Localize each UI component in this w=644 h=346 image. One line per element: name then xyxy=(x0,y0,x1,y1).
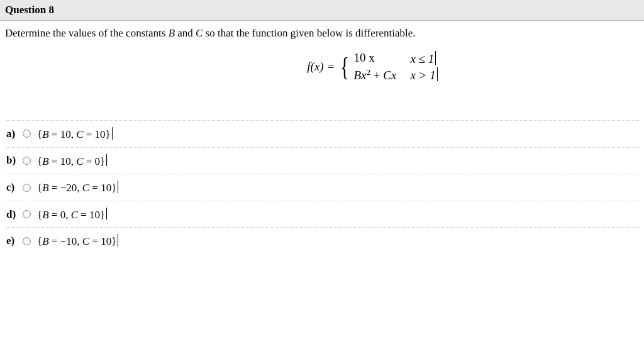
case1-expr-text: 10 x xyxy=(353,51,374,64)
case2-cond: x > 1 xyxy=(410,67,437,82)
prompt-text: Determine the values of the constants xyxy=(5,27,169,39)
opt-Cval: 10 xyxy=(89,208,100,220)
text-cursor xyxy=(106,208,107,220)
opt-Bsign: = xyxy=(52,155,60,167)
option-label: b) xyxy=(6,154,23,167)
text-cursor xyxy=(106,154,107,167)
text-cursor xyxy=(435,51,436,65)
question-title: Question 8 xyxy=(5,4,54,16)
opt-Bsign: = xyxy=(52,208,60,220)
option-math: {B = 10, C = 10} xyxy=(37,127,113,141)
prompt-var-B: B xyxy=(169,27,175,39)
radio-icon[interactable] xyxy=(23,184,31,192)
opt-B: B xyxy=(42,182,48,194)
case1-cond: x ≤ 1 xyxy=(410,51,437,66)
formula-block: f(x) = { 10 x x ≤ 1 Bx2 + Cx x > 1 xyxy=(5,51,639,82)
radio-icon[interactable] xyxy=(23,237,31,245)
case2-expr: Bx2 + Cx xyxy=(353,67,396,82)
opt-C: C xyxy=(76,128,83,140)
case2-plus: + xyxy=(370,69,383,82)
option-label: a) xyxy=(6,128,23,140)
option-label: d) xyxy=(6,208,23,221)
opt-Csign: = xyxy=(92,182,101,194)
prompt-text: so that the function given below is diff… xyxy=(203,27,415,39)
option-d[interactable]: d) {B = 0, C = 10} xyxy=(6,201,639,228)
opt-Cval: 10 xyxy=(95,128,106,140)
option-math: {B = 10, C = 0} xyxy=(37,154,107,168)
option-math: {B = −10, C = 10} xyxy=(37,234,118,248)
prompt-text: and xyxy=(175,27,196,39)
opt-Cval: 0 xyxy=(95,155,101,167)
option-e[interactable]: e) {B = −10, C = 10} xyxy=(6,227,639,254)
case2-B: B xyxy=(353,69,361,82)
opt-Csign: = xyxy=(86,155,95,167)
option-label: e) xyxy=(6,235,23,247)
radio-icon[interactable] xyxy=(23,130,31,138)
text-cursor xyxy=(118,234,118,247)
opt-C: C xyxy=(82,235,89,247)
opt-C: C xyxy=(82,182,89,194)
opt-Bsign: = − xyxy=(52,235,66,247)
case2-cond-text: x > 1 xyxy=(410,69,435,82)
case2-x2: x xyxy=(391,69,396,82)
radio-icon[interactable] xyxy=(23,210,31,218)
text-cursor xyxy=(118,181,118,193)
answer-options: a) {B = 10, C = 10} b) {B = 10, C = 0} c… xyxy=(5,120,639,254)
opt-Bval: 20 xyxy=(66,182,77,194)
opt-B: B xyxy=(42,155,48,167)
opt-Bval: 10 xyxy=(66,235,77,247)
opt-Cval: 10 xyxy=(101,182,111,194)
question-body: Determine the values of the constants B … xyxy=(0,21,644,259)
question-prompt: Determine the values of the constants B … xyxy=(5,27,639,40)
opt-Bval: 0 xyxy=(60,208,66,220)
option-b[interactable]: b) {B = 10, C = 0} xyxy=(6,147,639,174)
case1-expr: 10 x xyxy=(353,51,396,66)
prompt-var-C: C xyxy=(196,27,203,39)
opt-Csign: = xyxy=(86,128,95,140)
opt-Cval: 10 xyxy=(101,235,111,247)
opt-Csign: = xyxy=(80,208,89,220)
case2-C: C xyxy=(383,69,391,82)
text-cursor xyxy=(437,67,438,81)
opt-Bval: 10 xyxy=(60,155,71,167)
option-a[interactable]: a) {B = 10, C = 10} xyxy=(6,120,639,147)
opt-Bval: 10 xyxy=(60,128,71,140)
option-c[interactable]: c) {B = −20, C = 10} xyxy=(6,174,639,201)
radio-icon[interactable] xyxy=(23,157,31,165)
opt-Bsign: = xyxy=(52,128,60,140)
option-math: {B = 0, C = 10} xyxy=(37,208,107,221)
question-header: Question 8 xyxy=(0,0,644,21)
opt-C: C xyxy=(76,155,83,167)
text-cursor xyxy=(112,127,113,140)
opt-Bsign: = − xyxy=(52,182,66,194)
opt-Csign: = xyxy=(92,235,101,247)
left-brace: { xyxy=(340,53,349,80)
option-math: {B = −20, C = 10} xyxy=(37,181,118,194)
opt-B: B xyxy=(42,128,48,140)
formula-cases: 10 x x ≤ 1 Bx2 + Cx x > 1 xyxy=(353,51,437,82)
formula-lhs: f(x) = xyxy=(307,60,335,74)
opt-B: B xyxy=(42,235,48,247)
option-label: c) xyxy=(6,181,23,194)
formula-lhs-text: f(x) = xyxy=(307,60,335,73)
opt-C: C xyxy=(71,208,78,220)
opt-B: B xyxy=(42,208,48,220)
case1-cond-text: x ≤ 1 xyxy=(410,52,434,65)
piecewise-formula: f(x) = { 10 x x ≤ 1 Bx2 + Cx x > 1 xyxy=(307,51,437,82)
